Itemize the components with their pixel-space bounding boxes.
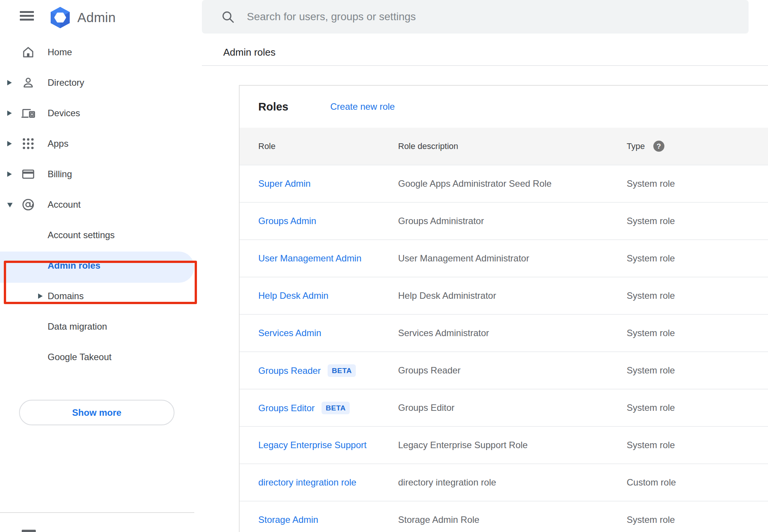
role-cell: directory integration role [258,477,398,488]
role-description-cell: Groups Administrator [398,216,627,226]
role-description-cell: User Management Administrator [398,253,627,264]
app-title: Admin [77,10,116,25]
search-placeholder: Search for users, groups or settings [247,11,416,23]
column-header-type: Type ? [627,141,768,152]
sidebar-item-data-migration[interactable]: Data migration [0,311,202,342]
devices-icon [21,106,35,120]
role-link[interactable]: Help Desk Admin [258,290,328,301]
column-header-role-description: Role description [398,141,627,151]
sidebar-item-home[interactable]: Home [0,37,202,67]
role-cell: Help Desk Admin [258,290,398,301]
sidebar-item-apps[interactable]: Apps [0,128,202,159]
sidebar-item-label: Directory [48,77,84,88]
sidebar-item-account[interactable]: Account [0,189,202,220]
sidebar-item-label: Billing [48,169,72,179]
sidebar-item-directory[interactable]: Directory [0,67,202,98]
role-type-cell: Custom role [627,477,768,488]
sidebar-item-google-takeout[interactable]: Google Takeout [0,342,202,372]
beta-badge: BETA [322,402,350,414]
show-more-button[interactable]: Show more [19,400,174,425]
sidebar-item-label: Home [48,47,72,58]
chevron-right-icon[interactable] [7,141,12,146]
sidebar-item-billing[interactable]: Billing [0,159,202,189]
role-cell: Groups Admin [258,216,398,226]
table-row: User Management AdminUser Management Adm… [240,240,768,277]
sidebar-divider [0,512,194,513]
role-link[interactable]: Super Admin [258,178,310,189]
role-cell: User Management Admin [258,253,398,264]
chevron-right-icon[interactable] [7,171,12,177]
sidebar-item-label: Account settings [48,230,115,240]
at-icon [21,197,35,212]
table-row: Groups AdminGroups AdministratorSystem r… [240,203,768,240]
sidebar-item-devices[interactable]: Devices [0,98,202,128]
role-type-cell: System role [627,402,768,413]
role-link[interactable]: Legacy Enterprise Support [258,440,366,450]
sidebar: Admin HomeDirectoryDevicesAppsBillingAcc… [0,0,202,532]
cutoff-icon [22,530,36,532]
table-row: Services AdminServices AdministratorSyst… [240,315,768,352]
role-link[interactable]: User Management Admin [258,253,362,263]
table-row: Groups EditorBETAGroups EditorSystem rol… [240,389,768,427]
annotation-red-box [4,261,197,304]
role-link[interactable]: Storage Admin [258,514,318,525]
sidebar-item-label: Google Takeout [48,352,112,362]
role-type-cell: System role [627,253,768,264]
sidebar-item-label: Apps [48,138,69,149]
role-link[interactable]: Groups Reader [258,365,321,376]
search-input[interactable]: Search for users, groups or settings [202,0,749,34]
chevron-right-icon[interactable] [7,111,12,116]
header-divider [202,65,768,66]
role-type-cell: System role [627,440,768,450]
sidebar-item-label: Devices [48,108,80,119]
role-link[interactable]: Groups Editor [258,403,315,413]
table-row: Super AdminGoogle Apps Administrator See… [240,165,768,203]
role-description-cell: Help Desk Administrator [398,290,627,301]
billing-icon [21,167,35,181]
role-description-cell: Services Administrator [398,328,627,338]
sidebar-item-label: Data migration [48,321,107,332]
roles-card-header: Roles Create new role [240,86,768,128]
table-row: directory integration roledirectory inte… [240,464,768,502]
role-description-cell: Google Apps Administrator Seed Role [398,178,627,189]
chevron-right-icon[interactable] [7,80,12,85]
column-header-role: Role [258,141,398,151]
role-type-cell: System role [627,365,768,376]
table-row: Storage AdminStorage Admin RoleSystem ro… [240,502,768,532]
sidebar-item-account-settings[interactable]: Account settings [0,220,202,250]
chevron-down-icon[interactable] [7,203,13,207]
role-cell: Groups ReaderBETA [258,364,398,377]
person-icon [21,75,35,90]
help-icon[interactable]: ? [653,141,664,152]
role-cell: Groups EditorBETA [258,402,398,414]
role-description-cell: Groups Editor [398,402,627,413]
search-icon [221,10,235,24]
role-cell: Services Admin [258,328,398,338]
role-description-cell: directory integration role [398,477,627,488]
table-row: Help Desk AdminHelp Desk AdministratorSy… [240,277,768,315]
roles-card-title: Roles [258,101,288,113]
role-description-cell: Storage Admin Role [398,514,627,525]
admin-hexagon-logo-icon [49,6,72,29]
role-type-cell: System role [627,216,768,226]
table-row: Legacy Enterprise SupportLegacy Enterpri… [240,427,768,464]
role-type-cell: System role [627,514,768,525]
sidebar-item-label: Account [48,199,81,210]
role-link[interactable]: Groups Admin [258,216,316,226]
role-cell: Storage Admin [258,514,398,525]
roles-card: Roles Create new role Role Role descript… [239,85,768,532]
role-link[interactable]: Services Admin [258,328,321,338]
role-link[interactable]: directory integration role [258,477,356,487]
hamburger-menu-icon[interactable] [20,11,34,21]
page-title: Admin roles [223,46,275,58]
home-icon [21,45,35,59]
role-type-cell: System role [627,290,768,301]
role-type-cell: System role [627,178,768,189]
role-description-cell: Groups Reader [398,365,627,376]
create-new-role-link[interactable]: Create new role [330,101,395,112]
role-cell: Super Admin [258,178,398,189]
apps-icon [21,136,35,151]
roles-table-body: Super AdminGoogle Apps Administrator See… [240,165,768,532]
table-header-row: Role Role description Type ? [240,128,768,165]
role-description-cell: Legacy Enterprise Support Role [398,440,627,450]
